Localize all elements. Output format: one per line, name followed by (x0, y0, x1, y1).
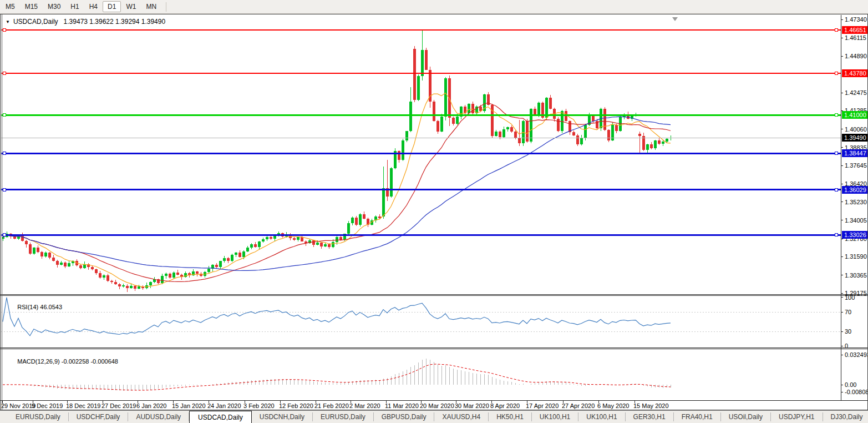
price-axis[interactable]: 1.473401.461151.448901.424751.412851.400… (841, 16, 868, 395)
candle-body (64, 263, 67, 266)
chart-tab-usdcad-daily[interactable]: USDCAD,Daily (189, 411, 252, 423)
chart-window: 1.473401.461151.448901.424751.412851.400… (0, 14, 868, 410)
timeframe-button-m15[interactable]: M15 (20, 1, 43, 12)
candle-body (495, 132, 498, 136)
chart-tab-usdchf-daily[interactable]: USDCHF,Daily (69, 412, 129, 421)
line-end-marker[interactable] (835, 188, 837, 191)
line-end-marker[interactable] (3, 234, 6, 236)
candle-body (440, 117, 443, 132)
line-end-marker[interactable] (3, 114, 6, 117)
candle-body (421, 50, 424, 75)
candle-body (134, 286, 136, 289)
chart-tab-fra40-h1[interactable]: FRA40,H1 (674, 412, 721, 421)
line-end-marker[interactable] (835, 152, 837, 155)
date-tick-label: 17 Apr 2020 (526, 402, 559, 409)
date-tick-label: 21 Feb 2020 (314, 402, 349, 409)
candle-body (301, 237, 303, 241)
candle-body (223, 258, 226, 261)
candle-body (215, 265, 218, 267)
main-price-panel (1, 28, 841, 292)
chart-tab-uk100-h1[interactable]: UK100,H1 (532, 412, 578, 421)
date-tick-label: 20 Mar 2020 (420, 402, 454, 409)
candle-body (324, 244, 327, 246)
price-badge-label: 1.38447 (844, 150, 866, 157)
line-end-marker[interactable] (3, 152, 6, 155)
candle-body (646, 144, 649, 150)
timeframe-button-mn[interactable]: MN (141, 1, 161, 12)
candle-body (293, 238, 296, 240)
chart-tab-eurusd-daily[interactable]: EURUSD,Daily (313, 412, 374, 421)
line-end-marker[interactable] (3, 188, 6, 191)
macd-tick-label: -0.008086 (845, 389, 868, 395)
candle-body (502, 129, 505, 137)
timeframe-button-m30[interactable]: M30 (43, 1, 65, 12)
candle-body (351, 218, 354, 223)
chart-tab-usdcnh-daily[interactable]: USDCNH,Daily (252, 412, 313, 421)
chart-tab-gbpusd-daily[interactable]: GBPUSD,Daily (374, 412, 435, 421)
chart-tab-uk100-h1[interactable]: UK100,H1 (578, 412, 625, 421)
chart-title: ▼ USDCAD,Daily 1.39473 1.39622 1.39294 1… (6, 18, 165, 26)
candle-body (169, 274, 171, 278)
candle-body (312, 240, 315, 245)
timeframe-button-h1[interactable]: H1 (65, 1, 84, 12)
candle-body (37, 248, 39, 252)
candle-body (262, 239, 265, 241)
date-tick-label: 15 Jan 2020 (172, 402, 206, 409)
candle-body (534, 109, 536, 115)
date-tick-label: 15 May 2020 (633, 402, 669, 409)
chart-tab-xauusd-h4[interactable]: XAUUSD,H4 (434, 412, 489, 421)
chart-tab-ger30-h1[interactable]: GER30,H1 (626, 412, 674, 421)
candle-body (402, 140, 404, 160)
date-tick-label: 6 Jan 2020 (136, 402, 166, 409)
candle-body (611, 125, 614, 140)
line-end-marker[interactable] (835, 114, 837, 117)
candle-body (549, 98, 552, 109)
candle-body (409, 102, 412, 132)
candle-body (172, 273, 175, 278)
chart-tab-dj30-daily[interactable]: DJ30,Daily (823, 412, 868, 421)
timeframe-button-w1[interactable]: W1 (121, 1, 141, 12)
chart-tab-usdjpy-h1[interactable]: USDJPY,H1 (771, 412, 823, 421)
timeframe-button-m5[interactable]: M5 (1, 1, 20, 12)
candle-body (514, 132, 517, 137)
chart-tab-hk50-h1[interactable]: HK50,H1 (489, 412, 532, 421)
autoscroll-shift-icon[interactable] (672, 17, 678, 21)
candle-body (44, 253, 47, 256)
candle-body (405, 131, 408, 140)
chart-tab-eurusd-daily[interactable]: EURUSD,Daily (8, 412, 69, 421)
candle-body (48, 253, 51, 257)
candle-body (537, 103, 540, 115)
candle-body (219, 261, 222, 267)
candle-body (138, 286, 140, 288)
macd-tick-label: 0.00 (845, 381, 856, 388)
line-end-marker[interactable] (835, 234, 837, 236)
candle-body (60, 263, 63, 265)
timeframe-toolbar: M5M15M30H1H4D1W1MN (0, 0, 868, 14)
candle-body (91, 267, 94, 269)
candle-body (429, 70, 432, 102)
line-end-marker[interactable] (835, 28, 837, 31)
chart-menu-arrow-icon[interactable]: ▼ (6, 19, 10, 24)
line-end-marker[interactable] (3, 28, 6, 31)
candle-body (25, 241, 28, 245)
candle-body (297, 237, 300, 240)
candle-body (29, 244, 32, 253)
candle-body (130, 286, 133, 288)
candle-body (149, 282, 152, 285)
candle-body (254, 244, 257, 247)
line-end-marker[interactable] (3, 72, 6, 74)
price-tick-label: 1.30365 (845, 272, 867, 279)
candle-body (638, 134, 641, 136)
chart-tab-audusd-daily[interactable]: AUDUSD,Daily (128, 412, 189, 421)
candle-body (584, 125, 587, 138)
ma-slow-line (3, 117, 671, 270)
candle-body (114, 282, 117, 284)
chart-tab-usoil-daily[interactable]: USOil,Daily (721, 412, 771, 421)
candle-body (336, 237, 338, 242)
date-tick-label: 24 Jan 2020 (207, 402, 241, 409)
timeframe-button-d1[interactable]: D1 (103, 1, 121, 12)
chart-canvas[interactable]: 1.473401.461151.448901.424751.412851.400… (0, 14, 868, 410)
line-end-marker[interactable] (835, 72, 837, 74)
candle-body (21, 235, 24, 240)
timeframe-button-h4[interactable]: H4 (84, 1, 103, 12)
